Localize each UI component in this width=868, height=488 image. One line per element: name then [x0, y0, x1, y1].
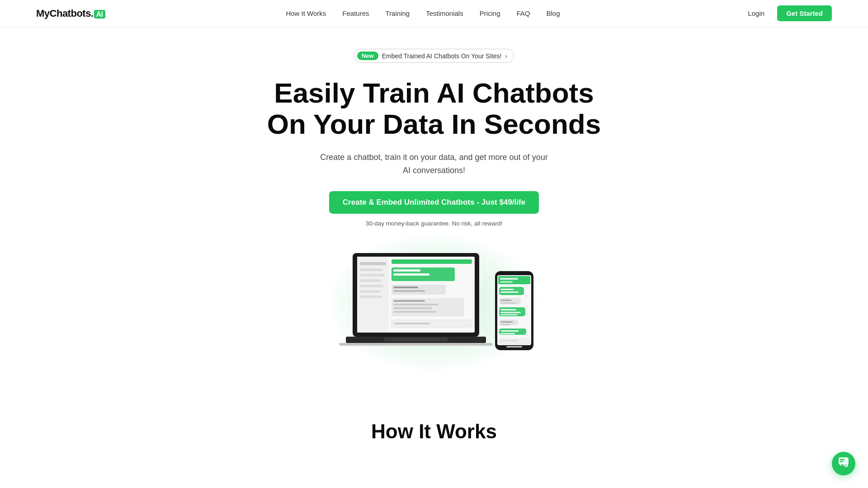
svg-rect-25 — [384, 338, 448, 342]
chat-fab-icon — [838, 456, 849, 471]
svg-rect-52 — [840, 459, 844, 460]
get-started-button[interactable]: Get Started — [777, 5, 832, 21]
svg-rect-3 — [360, 262, 386, 265]
svg-rect-56 — [845, 466, 846, 467]
svg-rect-33 — [500, 289, 514, 290]
nav-blog[interactable]: Blog — [547, 9, 560, 17]
svg-rect-40 — [500, 312, 521, 313]
svg-rect-2 — [357, 257, 389, 333]
logo-link[interactable]: MyChatbots.AI — [36, 8, 105, 19]
svg-rect-30 — [500, 278, 518, 280]
svg-rect-21 — [393, 311, 436, 313]
svg-rect-46 — [500, 330, 519, 332]
svg-rect-49 — [500, 340, 518, 342]
laptop-image — [335, 249, 497, 357]
svg-rect-7 — [360, 285, 383, 287]
navbar: MyChatbots.AI How It Works Features Trai… — [0, 0, 868, 27]
svg-rect-6 — [360, 279, 382, 282]
svg-rect-14 — [392, 285, 446, 295]
svg-rect-19 — [393, 304, 439, 305]
svg-rect-8 — [360, 290, 380, 293]
nav-how-it-works[interactable]: How It Works — [286, 9, 326, 17]
guarantee-text: 30-day money-back guarantee. No risk, al… — [366, 220, 502, 227]
logo-text: MyChatbots. — [36, 8, 94, 19]
badge-arrow-icon: › — [505, 52, 507, 60]
svg-rect-15 — [393, 286, 418, 288]
svg-rect-16 — [393, 290, 425, 292]
announcement-badge[interactable]: New Embed Trained AI Chatbots On Your Si… — [354, 49, 514, 63]
svg-rect-32 — [499, 287, 524, 295]
how-it-works-section: How It Works — [0, 366, 868, 443]
cta-button[interactable]: Create & Embed Unlimited Chatbots - Just… — [329, 191, 539, 214]
svg-rect-44 — [500, 324, 510, 325]
svg-rect-55 — [845, 465, 847, 466]
svg-rect-43 — [500, 321, 513, 323]
svg-rect-10 — [392, 259, 472, 264]
svg-rect-50 — [506, 346, 522, 347]
hero-section: New Embed Trained AI Chatbots On Your Si… — [0, 27, 868, 366]
svg-rect-23 — [394, 323, 430, 324]
svg-rect-4 — [360, 268, 382, 271]
login-button[interactable]: Login — [741, 6, 772, 21]
device-illustration — [321, 239, 547, 366]
svg-rect-39 — [500, 309, 516, 310]
svg-rect-29 — [498, 276, 530, 284]
svg-rect-18 — [393, 300, 425, 302]
svg-rect-53 — [840, 461, 843, 462]
hero-title: Easily Train AI Chatbots On Your Data In… — [267, 77, 601, 140]
svg-rect-41 — [500, 314, 518, 315]
how-it-works-title: How It Works — [0, 393, 868, 443]
nav-pricing[interactable]: Pricing — [480, 9, 500, 17]
chat-fab-button[interactable] — [832, 452, 855, 475]
phone-image — [493, 269, 536, 352]
nav-testimonials[interactable]: Testimonials — [426, 9, 463, 17]
nav-actions: Login Get Started — [741, 5, 832, 21]
svg-rect-36 — [500, 300, 512, 301]
svg-rect-26 — [339, 343, 493, 346]
logo-ai-badge: AI — [94, 10, 105, 19]
nav-faq[interactable]: FAQ — [517, 9, 530, 17]
svg-rect-47 — [500, 333, 515, 334]
svg-rect-20 — [393, 307, 432, 309]
nav-features[interactable]: Features — [342, 9, 369, 17]
nav-training[interactable]: Training — [385, 9, 410, 17]
hero-subtitle: Create a chatbot, train it on your data,… — [316, 151, 552, 177]
svg-rect-9 — [360, 296, 382, 298]
svg-rect-13 — [393, 273, 429, 276]
svg-rect-37 — [500, 302, 516, 304]
badge-new-label: New — [357, 52, 378, 60]
svg-rect-34 — [500, 291, 519, 293]
svg-rect-5 — [360, 274, 385, 277]
svg-rect-31 — [500, 281, 513, 283]
badge-text: Embed Trained AI Chatbots On Your Sites! — [382, 52, 502, 60]
svg-rect-12 — [393, 269, 420, 272]
nav-links: How It Works Features Training Testimoni… — [286, 9, 560, 18]
